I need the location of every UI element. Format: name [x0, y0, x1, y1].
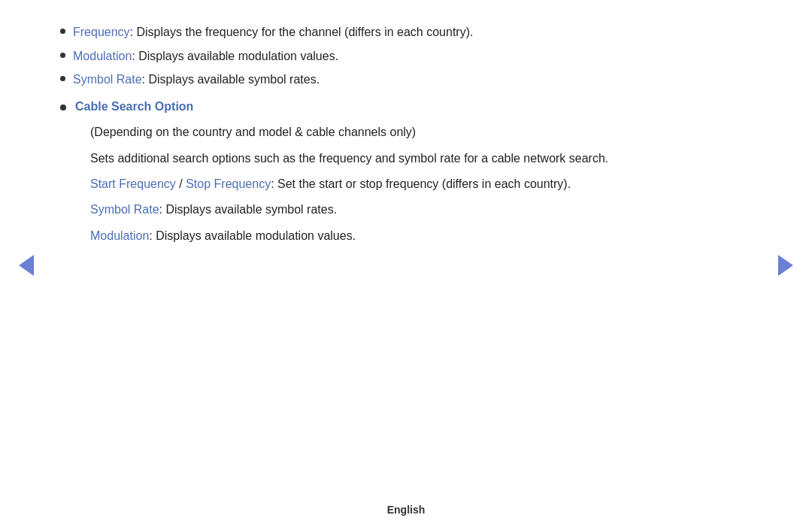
cable-search-content: Cable Search Option (Depending on the co… [75, 97, 752, 252]
stop-frequency-term: Stop Frequency [186, 177, 271, 190]
frequency-para: Start Frequency / Stop Frequency: Set th… [90, 174, 752, 194]
cable-search-title-line: Cable Search Option [75, 97, 752, 117]
freq-separator: / [176, 177, 186, 190]
cable-modulation-term: Modulation [90, 229, 149, 242]
freq-desc: : Set the start or stop frequency (diffe… [271, 177, 571, 190]
bullet-dot [60, 53, 65, 58]
footer: English [0, 492, 812, 530]
symbol-rate-para: Symbol Rate: Displays available symbol r… [90, 200, 752, 220]
symbol-rate-item-content: Symbol Rate: Displays available symbol r… [73, 70, 752, 89]
modulation-para: Modulation: Displays available modulatio… [90, 226, 752, 246]
modulation-desc: : Displays available modulation values. [132, 50, 338, 62]
cable-symbol-rate-desc: : Displays available symbol rates. [159, 203, 338, 216]
main-list: Frequency: Displays the frequency for th… [60, 23, 752, 252]
frequency-desc: : Displays the frequency for the channel… [130, 26, 474, 38]
symbol-rate-desc: : Displays available symbol rates. [142, 73, 320, 86]
cable-search-note: (Depending on the country and model & ca… [90, 123, 752, 142]
frequency-term: Frequency [73, 26, 130, 38]
frequency-item-content: Frequency: Displays the frequency for th… [73, 23, 752, 42]
content-area: Frequency: Displays the frequency for th… [0, 0, 812, 492]
modulation-item-content: Modulation: Displays available modulatio… [73, 47, 752, 66]
cable-search-block: (Depending on the country and model & ca… [90, 123, 752, 246]
symbol-rate-term: Symbol Rate [73, 73, 142, 86]
cable-modulation-desc: : Displays available modulation values. [149, 229, 356, 242]
bullet-dot [60, 76, 65, 81]
start-frequency-term: Start Frequency [90, 177, 176, 190]
list-item-symbol-rate: Symbol Rate: Displays available symbol r… [60, 70, 752, 89]
list-item-cable-search: Cable Search Option (Depending on the co… [60, 97, 752, 252]
list-item-modulation: Modulation: Displays available modulatio… [60, 47, 752, 66]
page-container: Frequency: Displays the frequency for th… [0, 0, 812, 530]
cable-symbol-rate-term: Symbol Rate [90, 203, 159, 216]
cable-search-description: Sets additional search options such as t… [90, 149, 752, 168]
footer-language: English [387, 504, 426, 516]
bullet-dot [60, 29, 65, 34]
bullet-dot-main [60, 104, 66, 111]
cable-search-title: Cable Search Option [75, 100, 193, 113]
list-item-frequency: Frequency: Displays the frequency for th… [60, 23, 752, 42]
modulation-term: Modulation [73, 50, 132, 62]
